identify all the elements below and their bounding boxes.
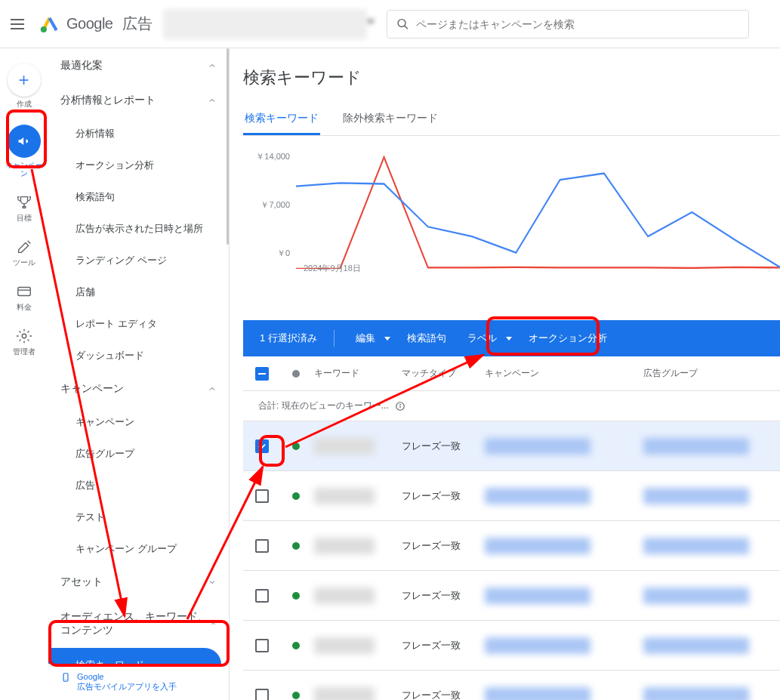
sn-asset-section[interactable]: アセット bbox=[48, 565, 229, 600]
campaign-cell[interactable] bbox=[485, 538, 590, 554]
sn-reports-section[interactable]: 分析情報とレポート bbox=[48, 83, 229, 118]
status-header-icon[interactable] bbox=[292, 370, 300, 378]
sn-campaign-section[interactable]: キャンペーン bbox=[48, 372, 229, 406]
brand-main: Google bbox=[66, 15, 113, 32]
gear-icon bbox=[16, 328, 32, 344]
search-box[interactable] bbox=[387, 10, 749, 39]
account-selector[interactable] bbox=[163, 9, 367, 39]
sn-optimize[interactable]: 最適化案 bbox=[48, 48, 229, 83]
campaign-cell[interactable] bbox=[485, 587, 590, 604]
svg-rect-3 bbox=[17, 288, 30, 296]
rail-create[interactable]: + 作成 bbox=[3, 63, 45, 108]
rail-tools[interactable]: ツール bbox=[3, 239, 45, 267]
edit-button[interactable]: 編集 bbox=[347, 325, 395, 351]
status-dot bbox=[292, 642, 300, 649]
select-all-checkbox[interactable] bbox=[255, 367, 269, 381]
action-bar: 1 行選択済み 編集 検索語句 ラベル オークション分析 bbox=[243, 320, 780, 356]
rail-admin[interactable]: 管理者 bbox=[3, 328, 45, 356]
xlabel: 2024年9月18日 bbox=[304, 263, 361, 274]
status-dot bbox=[292, 592, 300, 600]
sn-store[interactable]: 店舗 bbox=[48, 276, 229, 308]
chevron-up-icon bbox=[208, 61, 217, 70]
th-match[interactable]: マッチタイプ bbox=[402, 367, 485, 380]
caret-down-icon bbox=[506, 337, 512, 341]
menu-icon[interactable] bbox=[9, 15, 27, 33]
campaign-cell[interactable] bbox=[485, 488, 590, 504]
row-checkbox[interactable] bbox=[255, 539, 269, 553]
rail-campaign[interactable]: キャンペーン bbox=[3, 125, 45, 177]
campaign-cell[interactable] bbox=[485, 637, 590, 654]
table-row[interactable]: フレーズ一致 bbox=[243, 471, 780, 521]
sn-editor[interactable]: レポート エディタ bbox=[48, 308, 229, 340]
match-cell: フレーズ一致 bbox=[402, 639, 485, 652]
search-icon bbox=[396, 17, 409, 31]
row-checkbox[interactable] bbox=[255, 689, 269, 701]
th-keyword[interactable]: キーワード bbox=[311, 367, 402, 380]
row-checkbox[interactable] bbox=[255, 589, 269, 603]
sn-camp-groups[interactable]: キャンペーン グループ bbox=[48, 533, 229, 565]
selected-count: 1 行選択済み bbox=[255, 328, 322, 348]
sn-search-terms[interactable]: 検索語句 bbox=[48, 181, 229, 213]
page-title: 検索キーワード bbox=[243, 66, 780, 89]
plus-icon: + bbox=[18, 69, 29, 91]
sn-tests[interactable]: テスト bbox=[48, 501, 229, 533]
svg-line-2 bbox=[404, 26, 407, 29]
chevron-up-icon bbox=[208, 96, 217, 105]
adgroup-cell[interactable] bbox=[643, 538, 749, 554]
rail-billing[interactable]: 料金 bbox=[3, 283, 45, 311]
table-row[interactable]: フレーズ一致 bbox=[243, 521, 780, 571]
table-row[interactable]: フレーズ一致 bbox=[243, 621, 780, 671]
th-campaign[interactable]: キャンペーン bbox=[485, 367, 643, 380]
sn-when-where[interactable]: 広告が表示された日時と場所 bbox=[48, 213, 229, 245]
searchterms-button[interactable]: 検索語句 bbox=[402, 328, 451, 348]
top-bar: Google 広告 bbox=[0, 0, 780, 48]
adgroup-cell[interactable] bbox=[643, 488, 749, 504]
tab-neg-kw[interactable]: 除外検索キーワード bbox=[341, 104, 439, 135]
sn-ads[interactable]: 広告 bbox=[48, 470, 229, 501]
adgroup-cell[interactable] bbox=[643, 687, 749, 701]
adgroup-cell[interactable] bbox=[643, 438, 749, 455]
table-row[interactable]: フレーズ一致 bbox=[243, 671, 780, 700]
search-input[interactable] bbox=[416, 18, 738, 30]
google-ads-logo-icon bbox=[39, 14, 60, 35]
tab-search-kw[interactable]: 検索キーワード bbox=[243, 104, 320, 135]
status-dot bbox=[292, 692, 300, 699]
rail-goals[interactable]: 目標 bbox=[3, 194, 45, 222]
match-cell: フレーズ一致 bbox=[402, 539, 485, 553]
card-icon bbox=[16, 283, 32, 300]
match-cell: フレーズ一致 bbox=[402, 589, 485, 603]
scrollbar[interactable] bbox=[227, 48, 229, 245]
th-adgroup[interactable]: 広告グループ bbox=[643, 367, 780, 380]
label-button[interactable]: ラベル bbox=[458, 325, 516, 351]
sn-footer[interactable]: Google広告モバイルアプリを入手 bbox=[48, 664, 229, 700]
status-dot bbox=[292, 443, 300, 450]
adgroup-cell[interactable] bbox=[643, 637, 749, 654]
table-row[interactable]: フレーズ一致 bbox=[243, 421, 780, 471]
chevron-up-icon bbox=[210, 619, 217, 628]
table-row[interactable]: フレーズ一致 bbox=[243, 571, 780, 621]
svg-point-1 bbox=[398, 19, 405, 26]
ytick-2: ￥0 bbox=[243, 248, 290, 259]
row-checkbox[interactable] bbox=[255, 439, 269, 453]
caret-down-icon bbox=[384, 337, 390, 341]
info-icon[interactable] bbox=[395, 401, 405, 412]
sn-landing[interactable]: ランディング ページ bbox=[48, 245, 229, 276]
sn-campaigns[interactable]: キャンペーン bbox=[48, 406, 229, 438]
ytick-1: ￥7,000 bbox=[243, 199, 290, 211]
auction-button[interactable]: オークション分析 bbox=[524, 328, 612, 348]
sn-adgroups[interactable]: 広告グループ bbox=[48, 438, 229, 470]
sn-insights[interactable]: 分析情報 bbox=[48, 118, 229, 150]
row-checkbox[interactable] bbox=[255, 489, 269, 503]
campaign-cell[interactable] bbox=[485, 687, 590, 701]
adgroup-cell[interactable] bbox=[643, 587, 749, 604]
campaign-cell[interactable] bbox=[485, 438, 590, 455]
sn-dashboard[interactable]: ダッシュボード bbox=[48, 340, 229, 372]
sn-auction[interactable]: オークション分析 bbox=[48, 150, 229, 181]
mobile-icon bbox=[60, 672, 71, 683]
keyword-cell bbox=[314, 687, 375, 701]
status-dot bbox=[292, 492, 300, 500]
row-checkbox[interactable] bbox=[255, 639, 269, 652]
sn-audience-section[interactable]: オーディエンス、キーワード、コンテンツ bbox=[48, 600, 229, 648]
main-content: 検索キーワード 検索キーワード 除外検索キーワード ￥14,000 ￥7,000… bbox=[230, 48, 780, 700]
side-nav: 最適化案 分析情報とレポート 分析情報 オークション分析 検索語句 広告が表示さ… bbox=[48, 48, 230, 700]
